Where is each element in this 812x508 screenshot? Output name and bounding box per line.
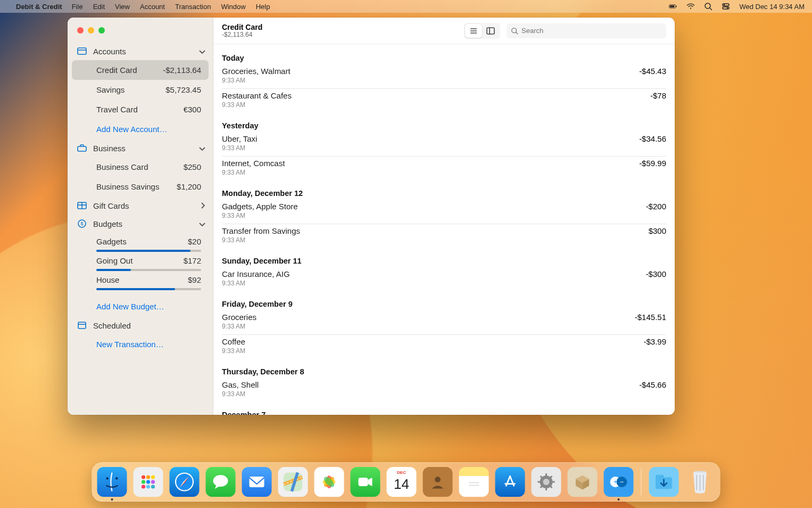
transaction-row[interactable]: Car Insurance, AIG9:33 AM-$300 bbox=[222, 267, 666, 291]
battery-icon[interactable] bbox=[669, 2, 677, 11]
section-giftcards[interactable]: Gift Cards bbox=[68, 196, 213, 215]
account-business-savings[interactable]: Business Savings $1,200 bbox=[72, 177, 209, 196]
transaction-row[interactable]: Groceries, Walmart9:33 AM-$45.43 bbox=[222, 64, 666, 89]
budget-bar bbox=[96, 288, 201, 290]
dock-messages[interactable] bbox=[206, 467, 236, 497]
budget-house[interactable]: House$92 bbox=[72, 271, 209, 290]
menu-account[interactable]: Account bbox=[140, 3, 165, 11]
menu-transaction[interactable]: Transaction bbox=[175, 3, 211, 11]
dock-debit-credit[interactable]: +− bbox=[604, 467, 634, 497]
transaction-row[interactable]: Groceries9:33 AM-$145.51 bbox=[222, 310, 666, 335]
dock-finder[interactable] bbox=[97, 467, 127, 497]
dock-launchpad[interactable] bbox=[134, 467, 163, 497]
transaction-desc: Gadgets, Apple Store bbox=[222, 202, 298, 211]
column-view-button[interactable] bbox=[482, 24, 499, 38]
close-button[interactable] bbox=[77, 27, 84, 34]
svg-text:$: $ bbox=[80, 221, 83, 226]
chevron-down-icon bbox=[199, 144, 205, 153]
dock-contacts[interactable] bbox=[423, 467, 453, 497]
menu-help[interactable]: Help bbox=[256, 3, 270, 11]
svg-rect-73 bbox=[656, 475, 664, 479]
dock-trash[interactable] bbox=[685, 467, 715, 497]
dock-notes[interactable] bbox=[459, 467, 489, 497]
svg-point-9 bbox=[727, 7, 728, 9]
svg-point-29 bbox=[115, 477, 118, 479]
control-center-icon[interactable] bbox=[722, 2, 730, 11]
list-view-button[interactable] bbox=[465, 24, 482, 38]
dock-safari[interactable] bbox=[170, 467, 200, 497]
svg-point-8 bbox=[724, 4, 725, 5]
search-input[interactable] bbox=[521, 27, 662, 35]
minimize-button[interactable] bbox=[88, 27, 94, 34]
menu-window[interactable]: Window bbox=[221, 3, 245, 11]
transaction-time: 9:33 AM bbox=[222, 323, 256, 330]
day-header: Monday, December 12 bbox=[222, 184, 666, 200]
new-transaction-link[interactable]: New Transaction… bbox=[72, 334, 209, 354]
menu-view[interactable]: View bbox=[115, 3, 130, 11]
transaction-row[interactable]: Gas, Shell9:33 AM-$45.66 bbox=[222, 378, 666, 402]
section-scheduled[interactable]: Scheduled bbox=[68, 316, 213, 334]
dock-appstore[interactable] bbox=[495, 467, 525, 497]
menu-file[interactable]: File bbox=[72, 3, 83, 11]
dock-calendar[interactable]: DEC14 bbox=[387, 467, 417, 497]
dock-maps[interactable] bbox=[278, 467, 308, 497]
dock-facetime[interactable] bbox=[351, 467, 380, 497]
account-name: Credit Card bbox=[96, 65, 137, 75]
transaction-row[interactable]: Gadgets, Apple Store9:33 AM-$200 bbox=[222, 200, 666, 224]
account-name: Savings bbox=[96, 85, 125, 94]
transaction-time: 9:33 AM bbox=[222, 212, 298, 219]
transaction-row[interactable]: Internet, Comcast9:33 AM-$59.99 bbox=[222, 157, 666, 181]
section-accounts[interactable]: Accounts bbox=[68, 42, 213, 60]
search-field[interactable] bbox=[507, 23, 666, 38]
transaction-row[interactable]: Restaurant & Cafes9:33 AM-$78 bbox=[222, 89, 666, 113]
day-header: Yesterday bbox=[222, 116, 666, 132]
spotlight-icon[interactable] bbox=[704, 2, 712, 11]
add-account-link[interactable]: Add New Account… bbox=[72, 119, 209, 139]
svg-point-32 bbox=[151, 475, 155, 479]
day-header: December 7 bbox=[222, 405, 666, 415]
svg-point-34 bbox=[146, 480, 150, 484]
account-credit-card[interactable]: Credit Card -$2,113.64 bbox=[72, 60, 209, 80]
section-giftcards-label: Gift Cards bbox=[93, 201, 129, 210]
transaction-list[interactable]: TodayGroceries, Walmart9:33 AM-$45.43Res… bbox=[213, 44, 675, 415]
dock-settings[interactable] bbox=[532, 467, 561, 497]
budget-bar bbox=[96, 250, 201, 252]
account-business-card[interactable]: Business Card $250 bbox=[72, 157, 209, 177]
budget-gadgets[interactable]: Gadgets$20 bbox=[72, 233, 209, 252]
dock-app-generic[interactable] bbox=[568, 467, 598, 497]
account-balance: $1,200 bbox=[177, 182, 201, 191]
transaction-amount: -$34.56 bbox=[639, 134, 666, 143]
page-subtitle: -$2,113.64 bbox=[222, 31, 262, 39]
menubar: Debit & Credit File Edit View Account Tr… bbox=[0, 0, 812, 13]
svg-point-33 bbox=[142, 480, 145, 484]
svg-rect-24 bbox=[487, 28, 494, 34]
budget-going-out[interactable]: Going Out$172 bbox=[72, 252, 209, 271]
transaction-amount: -$200 bbox=[646, 202, 666, 211]
account-name: Business Savings bbox=[96, 182, 159, 191]
transaction-row[interactable]: Transfer from Savings9:33 AM$300 bbox=[222, 224, 666, 248]
section-business[interactable]: Business bbox=[68, 139, 213, 157]
account-balance: $250 bbox=[184, 162, 201, 171]
dock-downloads[interactable] bbox=[649, 467, 679, 497]
account-travel-card[interactable]: Travel Card €300 bbox=[72, 100, 209, 119]
menubar-datetime[interactable]: Wed Dec 14 9:34 AM bbox=[739, 3, 805, 11]
wifi-icon[interactable] bbox=[686, 2, 695, 11]
budget-name: Gadgets bbox=[96, 237, 127, 246]
dock-mail[interactable] bbox=[242, 467, 272, 497]
transaction-row[interactable]: Uber, Taxi9:33 AM-$34.56 bbox=[222, 132, 666, 157]
section-business-label: Business bbox=[93, 144, 126, 153]
transaction-row[interactable]: Coffee9:33 AM-$3.99 bbox=[222, 335, 666, 359]
add-budget-link[interactable]: Add New Budget… bbox=[72, 297, 209, 316]
svg-rect-2 bbox=[676, 6, 677, 7]
app-menu[interactable]: Debit & Credit bbox=[16, 3, 62, 11]
day-header: Sunday, December 11 bbox=[222, 251, 666, 267]
transaction-time: 9:33 AM bbox=[222, 169, 285, 176]
section-budgets[interactable]: $ Budgets bbox=[68, 215, 213, 233]
dock-photos[interactable] bbox=[314, 467, 344, 497]
menu-edit[interactable]: Edit bbox=[93, 3, 105, 11]
maximize-button[interactable] bbox=[98, 27, 105, 34]
transaction-amount: -$3.99 bbox=[643, 337, 666, 346]
svg-point-56 bbox=[543, 479, 550, 485]
account-savings[interactable]: Savings $5,723.45 bbox=[72, 80, 209, 100]
transaction-amount: $300 bbox=[649, 226, 666, 235]
